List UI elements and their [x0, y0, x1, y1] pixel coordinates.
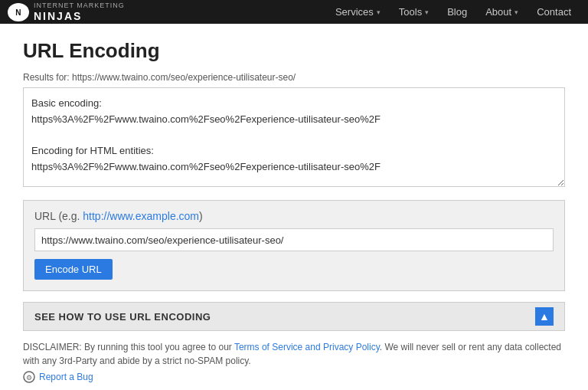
svg-text:N: N [15, 8, 21, 17]
how-to-use-label: SEE HOW TO USE URL ENCODING [34, 311, 211, 323]
bug-icon: ⚙ [23, 371, 35, 383]
page-title: URL Encoding [23, 39, 565, 63]
navbar: N INTERNET MARKETING NINJAS Services ▾ T… [0, 0, 588, 24]
nav-blog[interactable]: Blog [438, 0, 476, 24]
nav-services[interactable]: Services ▾ [326, 0, 390, 24]
terms-link[interactable]: Terms of Service and Privacy Policy [234, 342, 380, 352]
output-textarea[interactable] [23, 87, 565, 187]
input-section: URL (e.g. http://www.example.com) Encode… [23, 200, 565, 291]
nav-about[interactable]: About ▾ [476, 0, 528, 24]
main-content: URL Encoding Results for: https://www.tw… [0, 24, 588, 390]
url-placeholder-label: URL (e.g. http://www.example.com) [34, 210, 554, 222]
about-dropdown-arrow: ▾ [514, 8, 518, 16]
logo-icon: N [8, 3, 29, 21]
encode-url-button[interactable]: Encode URL [34, 259, 113, 280]
svg-text:⚙: ⚙ [26, 374, 32, 382]
nav-tools[interactable]: Tools ▾ [390, 0, 438, 24]
url-input[interactable] [34, 228, 554, 251]
services-dropdown-arrow: ▾ [377, 8, 381, 16]
disclaimer: DISCLAIMER: By running this tool you agr… [23, 340, 565, 368]
how-to-use-toggle-icon: ▲ [535, 307, 554, 326]
results-label: Results for: https://www.twaino.com/seo/… [23, 72, 565, 83]
how-to-use-bar[interactable]: SEE HOW TO USE URL ENCODING ▲ [23, 302, 565, 331]
nav-contact[interactable]: Contact [528, 0, 580, 24]
report-bug-link[interactable]: ⚙ Report a Bug [23, 371, 565, 383]
logo[interactable]: N INTERNET MARKETING NINJAS [8, 2, 125, 23]
nav-links: Services ▾ Tools ▾ Blog About ▾ Contact [326, 0, 580, 24]
logo-text: INTERNET MARKETING NINJAS [34, 2, 125, 23]
tools-dropdown-arrow: ▾ [425, 8, 429, 16]
